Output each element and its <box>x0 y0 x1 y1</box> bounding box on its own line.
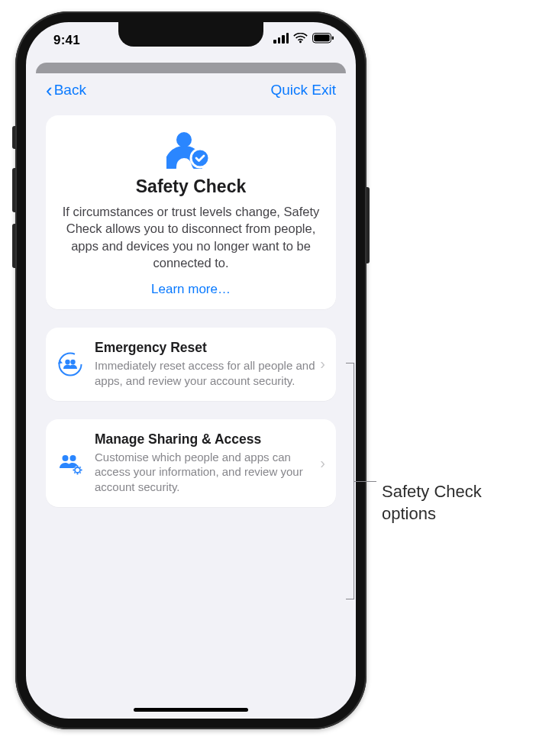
svg-point-7 <box>65 360 69 364</box>
manage-sharing-icon <box>57 449 84 477</box>
emergency-reset-desc: Immediately reset access for all people … <box>95 358 317 389</box>
nav-bar: ‹ Back Quick Exit <box>32 71 350 108</box>
svg-point-10 <box>70 455 76 461</box>
emergency-reset-icon <box>57 351 84 378</box>
svg-point-9 <box>63 455 69 461</box>
svg-point-4 <box>191 149 209 167</box>
manage-sharing-option[interactable]: Manage Sharing & Access Customise which … <box>46 419 336 507</box>
svg-rect-2 <box>332 37 334 40</box>
back-button[interactable]: ‹ Back <box>46 80 86 100</box>
wifi-icon <box>293 33 308 44</box>
battery-icon <box>312 33 334 44</box>
svg-rect-1 <box>314 34 329 41</box>
safety-check-icon <box>166 131 215 169</box>
iphone-frame: 9:41 ‹ Back <box>15 11 366 729</box>
back-label: Back <box>54 82 86 99</box>
svg-line-18 <box>80 473 81 473</box>
emergency-reset-title: Emergency Reset <box>95 340 317 356</box>
manage-sharing-title: Manage Sharing & Access <box>95 431 317 447</box>
svg-line-20 <box>80 467 81 468</box>
safety-check-hero: Safety Check If circumstances or trust l… <box>46 115 336 309</box>
svg-point-5 <box>60 353 82 375</box>
chevron-right-icon: › <box>317 355 328 373</box>
svg-line-17 <box>74 467 75 468</box>
chevron-right-icon: › <box>317 454 328 472</box>
manage-sharing-desc: Customise which people and apps can acce… <box>95 450 317 495</box>
home-indicator <box>134 708 248 712</box>
callout-label: Safety Check options <box>382 481 482 525</box>
notch <box>118 22 263 47</box>
screen: 9:41 ‹ Back <box>26 22 356 719</box>
safety-check-title: Safety Check <box>60 176 322 197</box>
status-time: 9:41 <box>53 33 80 48</box>
chevron-left-icon: ‹ <box>46 80 53 100</box>
svg-line-19 <box>74 473 75 473</box>
emergency-reset-option[interactable]: Emergency Reset Immediately reset access… <box>46 328 336 401</box>
cellular-signal-icon <box>273 33 289 44</box>
svg-point-8 <box>70 360 75 364</box>
quick-exit-button[interactable]: Quick Exit <box>270 82 336 99</box>
safety-check-description: If circumstances or trust levels change,… <box>60 203 322 271</box>
learn-more-link[interactable]: Learn more… <box>151 282 231 297</box>
svg-point-3 <box>176 132 192 147</box>
